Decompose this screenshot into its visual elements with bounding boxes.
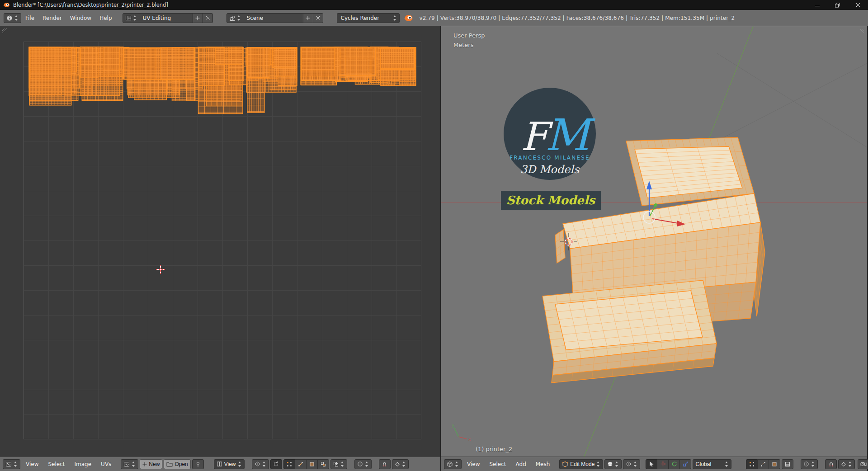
vp-menu-view[interactable]: View [463,459,484,470]
minimize-button[interactable] [807,0,827,10]
viewport-scene[interactable]: F M FRANCESCO MILANESE 3D Models Stock M… [441,26,867,457]
sticky-select-dropdown[interactable] [330,459,347,469]
face-select-icon [772,462,777,467]
new-image-button[interactable]: New [140,459,162,469]
pivot-dropdown-uv[interactable] [252,459,269,469]
edge-select-button[interactable] [757,459,769,469]
uv-sync-select-toggle[interactable] [270,459,282,469]
uv-select-edge-button[interactable] [295,459,307,469]
browse-scene-button[interactable] [227,14,243,23]
open-image-button[interactable]: Open [164,459,190,469]
restore-icon [835,3,840,8]
uv-menu-image[interactable]: Image [71,459,96,470]
menu-window[interactable]: Window [66,13,95,24]
menu-file[interactable]: File [21,13,38,24]
chevron-updown-icon [615,462,619,467]
chevron-updown-icon [393,15,397,21]
snap-element-dropdown[interactable] [838,459,855,469]
scene-selector[interactable]: Scene [226,13,323,23]
uv-layout-canvas[interactable] [24,42,421,439]
plus-icon [142,462,147,466]
pointer-icon [649,461,654,467]
logo-brand-sub: 3D Models [520,163,580,176]
rotate-icon [671,461,677,467]
snap-magnet-toggle-3d[interactable] [825,459,837,469]
image-icon [123,461,130,467]
shading-dropdown[interactable] [604,459,622,469]
browse-layout-button[interactable] [123,14,139,23]
vp-menu-mesh[interactable]: Mesh [532,459,554,470]
add-scene-button[interactable] [303,14,313,23]
proportional-edit-dropdown-uv[interactable] [354,459,372,469]
scale-manipulator-button[interactable] [679,459,691,469]
mode-dropdown[interactable]: Edit Mode [559,459,603,469]
chevron-updown-icon [238,462,242,467]
render-engine-selector[interactable]: Cycles Render [337,13,400,23]
window-titlebar: Blender* [C:\Users\franc\Desktop\printer… [0,0,868,10]
uv-menu-select[interactable]: Select [44,459,69,470]
vertex-select-button[interactable] [746,459,758,469]
chevron-updown-icon [262,462,266,467]
scene-icon [229,15,236,21]
editor-type-button-3d[interactable] [444,459,462,469]
snap-element-icon [395,462,400,467]
limit-to-visible-toggle[interactable] [782,459,793,469]
translate-manipulator-button[interactable] [657,459,669,469]
screen-layout-selector[interactable]: UV Editing [123,13,213,23]
uv-editor: View Select Image UVs New [0,26,441,471]
scene-name-field[interactable]: Scene [243,15,303,21]
plus-icon [306,16,310,20]
vp-menu-select[interactable]: Select [485,459,510,470]
uv-menu-uvs[interactable]: UVs [97,459,115,470]
chevron-updown-icon [596,462,600,467]
uv-select-island-button[interactable] [317,459,329,469]
region-corner-widget[interactable] [859,28,865,34]
sync-icon [273,461,279,467]
snap-target-dropdown-uv[interactable] [392,459,409,469]
chevron-updown-icon [340,462,344,467]
camera-icon [860,461,867,467]
engine-name: Cycles Render [337,15,391,21]
vp-menu-add[interactable]: Add [512,459,530,470]
close-button[interactable] [848,0,868,10]
proportional-edit-dropdown-3d[interactable] [801,459,818,469]
viewport-canvas-region[interactable]: F M FRANCESCO MILANESE 3D Models Stock M… [441,26,867,457]
viewport-header: View Select Add Mesh Edit Mode [441,457,867,471]
uv-mode-dropdown[interactable]: View [214,459,245,469]
opengl-render-button[interactable] [858,459,868,469]
grid-icon [217,461,222,467]
snap-magnet-toggle-uv[interactable] [379,459,391,469]
editor-type-button-uv[interactable] [3,459,20,469]
chevron-updown-icon [133,15,137,21]
uv-select-vertex-button[interactable] [283,459,295,469]
chevron-updown-icon [365,462,369,467]
uv-select-face-button[interactable] [306,459,318,469]
window-title: Blender* [C:\Users\franc\Desktop\printer… [13,2,168,8]
stock-models-banner: Stock Models [501,191,601,210]
add-layout-button[interactable] [193,14,203,23]
orientation-dropdown[interactable]: Global [693,459,731,469]
uv-canvas-region[interactable] [0,26,440,457]
uv-menu-view[interactable]: View [22,459,42,470]
uv-editor-header: View Select Image UVs New [0,457,440,471]
grid-line [717,53,867,147]
layout-name-field[interactable]: UV Editing [139,15,193,21]
chevron-updown-icon [725,462,729,467]
browse-image-button[interactable] [121,459,138,469]
menu-help[interactable]: Help [95,13,116,24]
rotate-manipulator-button[interactable] [668,459,680,469]
manipulator-toggle[interactable] [646,459,657,469]
chevron-updown-icon [237,15,241,21]
menu-render[interactable]: Render [38,13,66,24]
edge-select-icon [298,462,303,467]
maximize-button[interactable] [827,0,848,10]
svg-text:x: x [468,437,471,442]
delete-layout-button[interactable] [203,14,212,23]
region-corner-widget[interactable] [2,28,7,33]
pin-toggle[interactable] [192,459,204,469]
face-select-button[interactable] [769,459,780,469]
editor-type-button-info[interactable] [4,13,21,23]
info-header: File Render Window Help UV Editing [0,10,868,26]
delete-scene-button[interactable] [313,14,323,23]
pivot-dropdown-3d[interactable] [623,459,640,469]
